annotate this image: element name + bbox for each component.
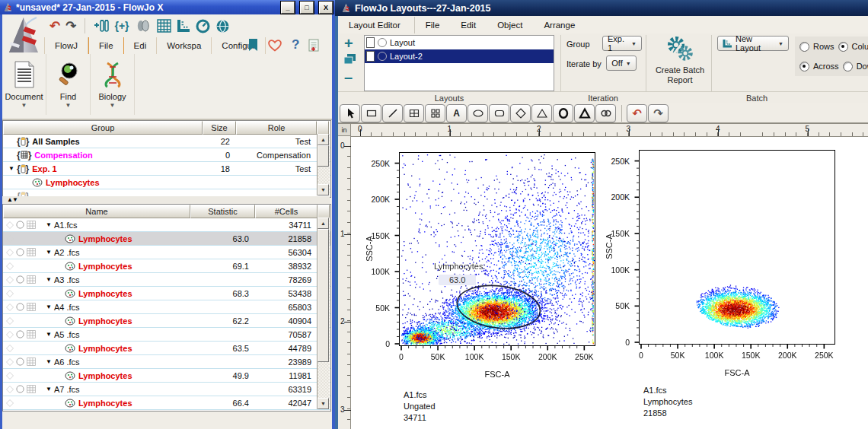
triangle-tool-button[interactable] (531, 104, 552, 122)
rectangle-tool-button[interactable] (361, 104, 381, 122)
close-button[interactable]: X (319, 2, 333, 14)
ellipse-tool-button[interactable] (468, 104, 488, 122)
find-button[interactable]: Find▼ (46, 54, 91, 115)
layout-item-layout-2[interactable]: Layout-2 (365, 49, 554, 63)
copy-layout-button[interactable] (343, 53, 357, 65)
sample-col-cells[interactable]: #Cells (255, 205, 318, 218)
scrollbar-thumb[interactable] (318, 229, 329, 362)
group-row[interactable]: Lymphocytes (3, 176, 330, 189)
gate-row[interactable]: Lymphocytes69.138932 (3, 259, 330, 273)
text-tool-button[interactable]: A (446, 104, 467, 122)
iterate-by-dropdown[interactable]: Off▼ (606, 56, 637, 71)
biology-button[interactable]: Biology▼ (91, 54, 135, 115)
group-row[interactable]: ▼{}Exp. 118Test (3, 162, 330, 176)
sample-row[interactable]: ▼A7 .fcs63319 (3, 383, 330, 396)
expander-icon[interactable]: ▼ (46, 303, 52, 310)
menu-file[interactable]: File (415, 17, 451, 33)
group-row[interactable]: {}All Samples22Test (3, 135, 330, 148)
sample-col-name[interactable]: Name (3, 205, 190, 218)
menu-layout-editor[interactable]: Layout Editor (338, 17, 415, 33)
scrollbar-thumb[interactable] (318, 145, 329, 167)
new-layout-button[interactable]: New Layout▼ (717, 36, 789, 51)
flowjo-pyramid-logo[interactable] (3, 16, 44, 54)
expander-icon[interactable]: ▼ (46, 276, 52, 283)
add-layout-button[interactable]: + (344, 35, 353, 52)
help-button[interactable]: ? (292, 37, 299, 52)
expander-icon[interactable]: ▼ (46, 358, 52, 365)
line-tool-button[interactable] (382, 104, 403, 122)
gate-row[interactable]: Lymphocytes66.442047 (3, 396, 330, 410)
scroll-down-button[interactable]: ▼ (318, 184, 329, 195)
bookmark-button[interactable] (248, 39, 258, 52)
expander-icon[interactable]: ▼ (46, 331, 52, 338)
radio-down[interactable] (843, 62, 853, 72)
group-col-size[interactable]: Size (203, 121, 236, 135)
pointer-tool-button[interactable] (340, 104, 360, 122)
table-grid-button[interactable] (157, 19, 171, 33)
group-dropdown[interactable]: Exp. 1▼ (602, 36, 642, 51)
radio-rows[interactable] (799, 42, 809, 52)
gate-row[interactable]: Lymphocytes63.544789 (3, 342, 330, 355)
group-row[interactable]: {}Compensation0Compensation (3, 148, 330, 162)
layout-editor-titlebar[interactable]: FlowJo Layouts---27-Jan-2015 (335, 0, 868, 16)
radio-across[interactable] (799, 62, 809, 72)
diamond-tool-button[interactable] (510, 104, 531, 122)
expander-icon[interactable]: ▼ (8, 165, 14, 172)
gate-row[interactable]: Lymphocytes62.240904 (3, 314, 330, 328)
undo-button[interactable]: ↶ (627, 104, 647, 122)
tab-file[interactable]: File (88, 37, 124, 54)
globe-button[interactable] (215, 19, 230, 33)
add-group-button[interactable]: {+} (115, 20, 129, 32)
oval-gate-tool-button[interactable] (553, 104, 573, 122)
rounded-rectangle-tool-button[interactable] (489, 104, 509, 122)
group-table-scrollbar[interactable]: ▲▼ (317, 134, 330, 195)
remove-layout-button[interactable]: – (344, 68, 353, 86)
binoculars-button[interactable] (135, 19, 152, 33)
menu-object[interactable]: Object (487, 17, 533, 33)
table-tool-button[interactable] (404, 104, 424, 122)
menu-edit[interactable]: Edit (450, 17, 487, 33)
minimize-button[interactable]: _ (281, 2, 295, 14)
tab-flowj[interactable]: FlowJ (44, 37, 88, 54)
scroll-down-button[interactable]: ▼ (318, 398, 329, 409)
group-col-role[interactable]: Role (236, 121, 317, 135)
sample-row[interactable]: ▼A1.fcs34711 (3, 218, 330, 232)
expander-icon[interactable]: ▼ (46, 386, 52, 392)
sample-row[interactable]: ▼A6 .fcs23989 (3, 355, 330, 369)
ruler-button[interactable] (177, 19, 190, 33)
report-button[interactable] (308, 39, 320, 52)
scroll-up-button[interactable]: ▲ (318, 134, 329, 145)
maximize-button[interactable]: □ (300, 2, 314, 14)
radio-column[interactable] (838, 42, 848, 52)
gate-row[interactable]: Lymphocytes63.021858 (3, 232, 330, 246)
grid-tool-button[interactable] (425, 104, 445, 122)
document-button[interactable]: Document▼ (2, 54, 46, 115)
heart-button[interactable] (267, 39, 282, 52)
polygon-gate-tool-button[interactable] (574, 104, 595, 122)
redo-button[interactable]: ↷ (65, 20, 76, 33)
scroll-up-button[interactable]: ▲ (318, 218, 329, 229)
sample-row[interactable]: ▼A5 .fcs70587 (3, 328, 330, 342)
menu-arrange[interactable]: Arrange (533, 17, 586, 33)
workspace-titlebar[interactable]: *unsaved* 27-Jan-2015 - FlowJo X _ □ X (0, 0, 335, 14)
sample-row[interactable]: ▼A4 .fcs65803 (3, 300, 330, 314)
undo-button[interactable]: ↶ (49, 20, 60, 33)
link-tool-button[interactable] (595, 104, 616, 122)
gate-row[interactable]: Lymphocytes49.911981 (3, 369, 330, 383)
dot-plot-1[interactable] (390, 148, 605, 360)
sample-table-scrollbar[interactable]: ▲▼ (317, 218, 330, 409)
sample-col-statistic[interactable]: Statistic (190, 205, 255, 218)
tab-edi[interactable]: Edi (124, 37, 158, 54)
schedule-button[interactable] (196, 19, 210, 33)
expander-icon[interactable]: ▼ (46, 249, 52, 256)
sample-row[interactable]: ▼A3 .fcs78269 (3, 273, 330, 287)
sample-row[interactable]: ▼A2 .fcs56304 (3, 246, 330, 259)
group-col-group[interactable]: Group (3, 121, 203, 135)
redo-button[interactable]: ↷ (648, 104, 669, 122)
table-splitter[interactable]: ▲▼ (2, 196, 330, 204)
add-sample-button[interactable] (93, 18, 110, 33)
tab-workspa[interactable]: Workspa (157, 37, 212, 54)
dot-plot-2[interactable] (630, 145, 844, 358)
gate-row[interactable]: Lymphocytes68.353438 (3, 287, 330, 300)
expander-icon[interactable]: ▼ (46, 221, 52, 228)
